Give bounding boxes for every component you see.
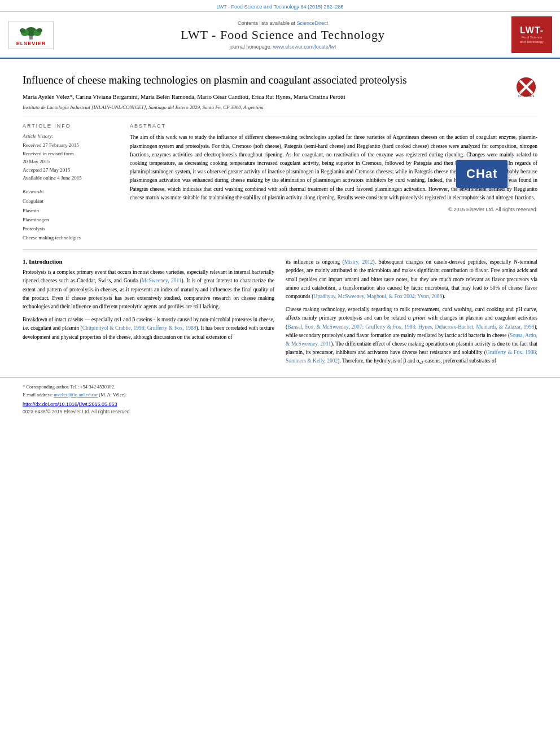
article-title-section: Influence of cheese making technologies … <box>23 64 537 116</box>
journal-title-area: Contents lists available at ScienceDirec… <box>62 16 504 53</box>
keyword-plasminogen: Plasminogen <box>23 215 119 224</box>
article-title: Influence of cheese making technologies … <box>23 73 509 88</box>
footer-doi: http://dx.doi.org/10.1016/j.lwt.2015.05.… <box>23 401 537 407</box>
elsevier-logo: ELSEVIER <box>8 21 54 49</box>
elsevier-logo-area: ELSEVIER <box>6 16 56 53</box>
journal-reference-link[interactable]: LWT - Food Science and Technology 64 (20… <box>216 4 343 10</box>
ref-sousa-2001[interactable]: Sousa, Ardo, & McSweeney, 2001 <box>286 333 537 347</box>
homepage-link[interactable]: www.elsevier.com/locate/lwt <box>273 44 336 50</box>
revised-date: 20 May 2015 <box>23 158 119 165</box>
journal-header: ELSEVIER Contents lists available at Sci… <box>0 12 560 59</box>
journal-reference-bar: LWT - Food Science and Technology 64 (20… <box>0 0 560 12</box>
lwt-logo-text: LWT- <box>520 25 544 36</box>
article-content: Influence of cheese making technologies … <box>0 59 560 372</box>
science-direct-text: Contents lists available at ScienceDirec… <box>238 20 328 26</box>
keyword-proteolysis: Proteolysis <box>23 224 119 233</box>
intro-left-text: Proteolysis is a complex primary event t… <box>23 268 274 311</box>
elsevier-text: ELSEVIER <box>16 41 46 46</box>
body-left-column: 1. Introduction Proteolysis is a complex… <box>23 258 274 372</box>
ref-chitpinityol-1998[interactable]: Chitpinityol & Crabbe, 1998; Grufferty &… <box>82 325 196 331</box>
svg-point-4 <box>20 28 25 33</box>
intro-right-text: its influence is ongoing (Mistry, 2012).… <box>286 258 537 301</box>
intro-right-text-2: Cheese making technology, especially reg… <box>286 305 537 367</box>
elsevier-tree-icon <box>17 24 45 41</box>
ref-mistry-2012[interactable]: Mistry, 2012 <box>344 259 373 265</box>
svg-text:CrossMark: CrossMark <box>518 94 535 98</box>
ref-bansal-2007[interactable]: Bansal, Fox, & McSweeney, 2007; Gruffert… <box>287 324 534 330</box>
svg-point-5 <box>37 28 42 33</box>
keywords-label: Keywords: <box>23 189 119 194</box>
article-affiliation: Instituto de Lactología Industrial [INLA… <box>23 104 509 110</box>
accepted-date: Accepted 27 May 2015 <box>23 166 119 174</box>
ref-upadhyay-2004[interactable]: Upadhyay, McSweeney, Magboul, & Fox 2004… <box>313 294 442 299</box>
available-date: Available online 4 June 2015 <box>23 174 119 182</box>
crossmark-icon: CrossMark <box>515 76 537 98</box>
lwt-logo-area: LWT- Food Scienceand Technology <box>509 16 554 53</box>
lwt-logo-subtitle: Food Scienceand Technology <box>520 36 544 43</box>
history-label: Article history: <box>23 133 119 139</box>
ref-mcsweeney-2011[interactable]: McSweeney, 2011 <box>142 278 182 283</box>
keyword-plasmin: Plasmin <box>23 206 119 215</box>
article-info-column: ARTICLE INFO Article history: Received 2… <box>23 123 119 242</box>
chat-panel[interactable]: CHat <box>456 160 508 188</box>
chat-label: CHat <box>466 167 497 181</box>
footer-email: E-mail address: mvelez@fiq.unl.edu.ar (M… <box>23 391 537 399</box>
doi-link[interactable]: http://dx.doi.org/10.1016/j.lwt.2015.05.… <box>23 401 117 407</box>
article-history-block: Article history: Received 27 February 20… <box>23 133 119 182</box>
revised-label: Received in revised form <box>23 150 119 158</box>
article-title-text: Influence of cheese making technologies … <box>23 73 509 110</box>
received-date: Received 27 February 2015 <box>23 141 119 149</box>
article-info-heading: ARTICLE INFO <box>23 123 119 129</box>
keyword-coagulant: Coagulant <box>23 196 119 206</box>
ref-grufferty-1988[interactable]: Grufferty & Fox, 1988; Sommers & Kelly, … <box>286 350 537 364</box>
body-content: 1. Introduction Proteolysis is a complex… <box>23 250 537 372</box>
lwt-logo: LWT- Food Scienceand Technology <box>511 16 552 53</box>
footer-corresponding: * Corresponding author. Tel.: +54 342 45… <box>23 383 537 391</box>
science-direct-link[interactable]: ScienceDirect <box>297 20 329 26</box>
article-authors: María Ayelén Vélez*, Carina Viviana Berg… <box>23 93 509 102</box>
journal-homepage: journal homepage: www.elsevier.com/locat… <box>230 44 336 50</box>
footer-copyright: 0023-6438/© 2015 Elsevier Ltd. All right… <box>23 409 537 414</box>
keyword-cheese-making: Cheese making technologies <box>23 233 119 242</box>
footer-email-link[interactable]: mvelez@fiq.unl.edu.ar <box>54 392 98 397</box>
abstract-copyright: © 2015 Elsevier Ltd. All rights reserved… <box>130 207 537 212</box>
intro-left-text-2: Breakdown of intact caseins — especially… <box>23 316 274 342</box>
article-footer: * Corresponding author. Tel.: +54 342 45… <box>0 377 560 419</box>
abstract-heading: ABSTRACT <box>130 123 537 129</box>
keywords-block: Keywords: Coagulant Plasmin Plasminogen … <box>23 189 119 242</box>
intro-heading: 1. Introduction <box>23 258 274 265</box>
body-right-column: its influence is ongoing (Mistry, 2012).… <box>286 258 537 372</box>
journal-title: LWT - Food Science and Technology <box>181 28 385 42</box>
